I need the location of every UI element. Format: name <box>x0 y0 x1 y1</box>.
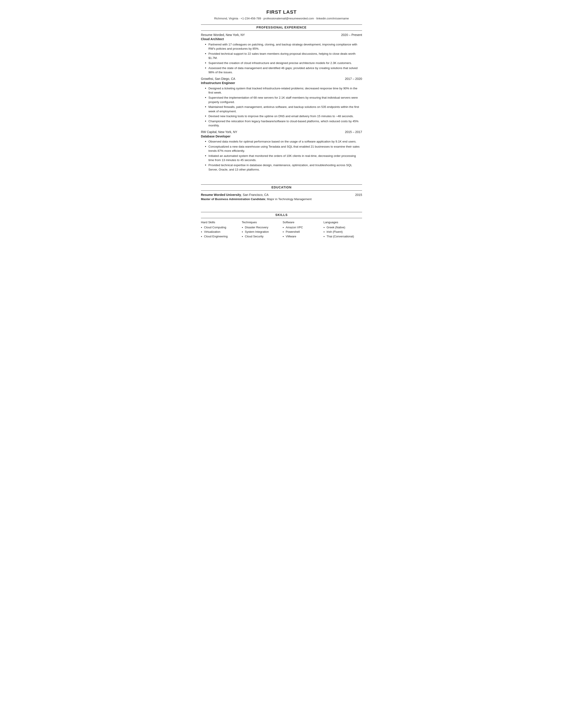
job-2-dates: 2017 – 2020 <box>345 77 362 81</box>
skill-software-1: Amazon VPC <box>283 225 321 230</box>
job-3-company: RW Capital, New York, NY <box>201 130 237 134</box>
skill-software-3: VMware <box>283 235 321 239</box>
education-section-title: EDUCATION <box>201 184 362 191</box>
skill-hard-2: Virtualization <box>201 230 239 234</box>
skills-col-software: Software Amazon VPC Powershell VMware <box>283 220 321 239</box>
job-2-bullet-2: Supervised the implementation of 68 new … <box>205 96 362 104</box>
job-3-bullets: Observed data models for optimal perform… <box>201 139 362 172</box>
skills-col-hard: Hard Skills Cloud Computing Virtualizati… <box>201 220 239 239</box>
experience-section-title: PROFESSIONAL EXPERIENCE <box>201 24 362 31</box>
job-3-bullet-1: Observed data models for optimal perform… <box>205 139 362 144</box>
skill-software-2: Powershell <box>283 230 321 234</box>
job-1: Resume Worded, New York, NY 2020 – Prese… <box>201 33 362 75</box>
job-1-bullet-3: Supervised the creation of cloud infrast… <box>205 61 362 65</box>
job-3-bullet-2: Conceptualized a new data warehouse usin… <box>205 144 362 153</box>
edu-1-degree: Master of Business Administration Candid… <box>201 197 362 201</box>
skill-hard-3: Cloud Engineering <box>201 235 239 239</box>
job-2-bullet-3: Maintained firewalls, patch management, … <box>205 105 362 113</box>
skills-col-software-list: Amazon VPC Powershell VMware <box>283 225 321 239</box>
job-1-bullet-1: Partnered with 17 colleagues on patching… <box>205 42 362 51</box>
skill-technique-2: System Integration <box>242 230 280 234</box>
job-2-company: Growthsi, San Diego, CA <box>201 77 235 81</box>
job-2-bullets: Designed a ticketing system that tracked… <box>201 86 362 128</box>
skills-col-software-title: Software <box>283 220 321 225</box>
job-2-title: Infrastructure Engineer <box>201 81 362 85</box>
skills-section: SKILLS Hard Skills Cloud Computing Virtu… <box>201 212 362 239</box>
job-1-company: Resume Worded, New York, NY <box>201 33 245 37</box>
job-2: Growthsi, San Diego, CA 2017 – 2020 Infr… <box>201 77 362 128</box>
header: FIRST LAST Richmond, Virginia · +1-234-4… <box>201 9 362 21</box>
candidate-name: FIRST LAST <box>201 9 362 16</box>
skills-col-languages-title: Languages <box>324 220 362 225</box>
job-2-bullet-5: Championed the relocation from legacy ha… <box>205 119 362 128</box>
job-2-bullet-4: Devised new tracking tools to improve th… <box>205 114 362 118</box>
job-1-header: Resume Worded, New York, NY 2020 – Prese… <box>201 33 362 37</box>
job-3-dates: 2015 – 2017 <box>345 130 362 134</box>
edu-1-school-name: Resume Worded University <box>201 193 241 197</box>
experience-section: PROFESSIONAL EXPERIENCE Resume Worded, N… <box>201 24 362 172</box>
job-1-bullet-4: Assessed the state of data management an… <box>205 66 362 75</box>
job-3: RW Capital, New York, NY 2015 – 2017 Dat… <box>201 130 362 172</box>
skills-col-techniques: Techniques Disaster Recovery System Inte… <box>242 220 280 239</box>
skill-hard-1: Cloud Computing <box>201 225 239 230</box>
edu-1-degree-bold: Master of Business Administration Candid… <box>201 197 265 201</box>
job-3-bullet-4: Provided technical expertise in database… <box>205 163 362 172</box>
skills-col-languages-list: Greek (Native) Irish (Fluent) Thai (Conv… <box>324 225 362 239</box>
skills-col-hard-list: Cloud Computing Virtualization Cloud Eng… <box>201 225 239 239</box>
job-3-header: RW Capital, New York, NY 2015 – 2017 <box>201 130 362 134</box>
job-1-bullets: Partnered with 17 colleagues on patching… <box>201 42 362 75</box>
job-2-header: Growthsi, San Diego, CA 2017 – 2020 <box>201 77 362 81</box>
skill-technique-3: Cloud Security <box>242 235 280 239</box>
education-section: EDUCATION Resume Worded University, San … <box>201 184 362 201</box>
skills-col-techniques-list: Disaster Recovery System Integration Clo… <box>242 225 280 239</box>
edu-1-header: Resume Worded University, San Francisco,… <box>201 193 362 197</box>
skills-col-hard-title: Hard Skills <box>201 220 239 225</box>
job-3-title: Database Developer <box>201 134 362 139</box>
skills-section-title: SKILLS <box>201 212 362 218</box>
edu-1-degree-rest: ; Major in Technology Management <box>265 197 312 201</box>
skills-col-languages: Languages Greek (Native) Irish (Fluent) … <box>324 220 362 239</box>
skill-language-3: Thai (Conversational) <box>324 235 362 239</box>
edu-1-school: Resume Worded University, San Francisco,… <box>201 193 268 197</box>
skill-technique-1: Disaster Recovery <box>242 225 280 230</box>
job-1-bullet-2: Provided technical support to 22 sales t… <box>205 52 362 60</box>
skills-grid: Hard Skills Cloud Computing Virtualizati… <box>201 220 362 239</box>
job-1-dates: 2020 – Present <box>341 33 362 37</box>
job-3-bullet-3: Initiated an automated system that monit… <box>205 154 362 162</box>
skill-language-2: Irish (Fluent) <box>324 230 362 234</box>
job-1-title: Cloud Architect <box>201 37 362 41</box>
edu-1-year: 2015 <box>355 193 362 197</box>
skills-col-techniques-title: Techniques <box>242 220 280 225</box>
edu-1-school-suffix: , San Francisco, CA <box>241 193 269 197</box>
contact-info: Richmond, Virginia · +1-234-456-789 · pr… <box>201 17 362 21</box>
job-2-bullet-1: Designed a ticketing system that tracked… <box>205 86 362 95</box>
skill-language-1: Greek (Native) <box>324 225 362 230</box>
